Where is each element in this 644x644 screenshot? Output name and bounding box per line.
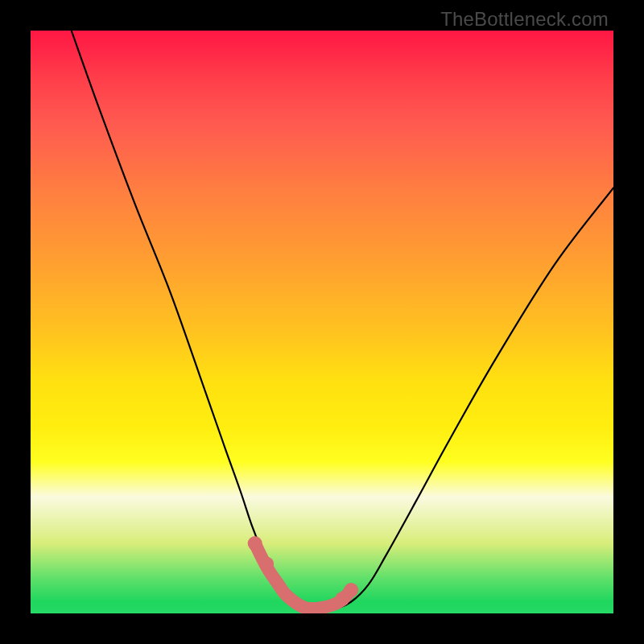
plot-area xyxy=(31,31,613,613)
min-region-dot xyxy=(344,583,358,597)
bottleneck-curve xyxy=(72,31,613,609)
curve-svg xyxy=(31,31,613,613)
min-region-dot xyxy=(259,557,274,572)
watermark-text: TheBottleneck.com xyxy=(440,8,609,31)
chart-frame: TheBottleneck.com xyxy=(0,0,644,644)
min-region-dot xyxy=(248,536,262,551)
